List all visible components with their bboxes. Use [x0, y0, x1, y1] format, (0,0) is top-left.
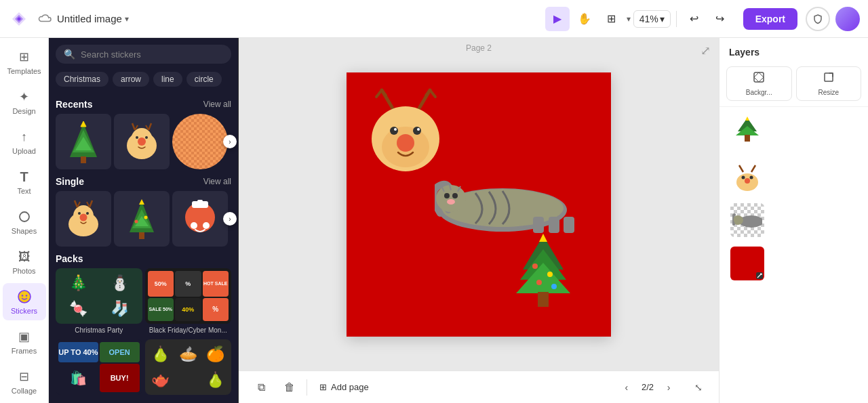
- zoom-control[interactable]: 41% ▾: [633, 10, 671, 28]
- packs-row-2: UP TO 40% OPEN 🛍️ BUY! 🍐 🥧 🍊 🫖 🍐: [56, 339, 231, 398]
- document-title[interactable]: Untitled image: [57, 13, 122, 24]
- recents-grid-arrow[interactable]: ›: [223, 135, 237, 148]
- pack-open-sale[interactable]: UP TO 40% OPEN 🛍️ BUY!: [56, 339, 142, 398]
- sidebar-label-frames: Frames: [12, 347, 37, 355]
- svg-point-2: [21, 295, 22, 296]
- background-icon: [753, 71, 765, 86]
- user-avatar[interactable]: [835, 7, 860, 31]
- pack-christmas-party[interactable]: 🎄 ⛄ 🍬 🧦 Christmas Party: [56, 268, 142, 334]
- app-logo[interactable]: [8, 8, 30, 30]
- sticker-reindeer-face[interactable]: [367, 85, 445, 175]
- single-title: Single: [56, 176, 84, 187]
- svg-marker-31: [139, 199, 144, 205]
- svg-marker-75: [745, 116, 749, 121]
- layers-header: Layers: [719, 38, 868, 64]
- sidebar-item-stickers[interactable]: Stickers: [3, 283, 46, 320]
- tag-circle[interactable]: circle: [186, 72, 222, 87]
- export-button[interactable]: Export: [743, 8, 797, 30]
- recents-sticker-grid: ›: [56, 114, 231, 169]
- topbar: Untitled image ▾ ▶ ✋ ⊞ ▾ 41% ▾ ↩ ↪ Expor…: [0, 0, 868, 38]
- pack-food[interactable]: 🍐 🥧 🍊 🫖 🍐: [145, 339, 232, 398]
- svg-point-0: [20, 212, 29, 221]
- sidebar-item-text[interactable]: T Text: [3, 163, 46, 200]
- single-grid-arrow[interactable]: ›: [223, 212, 237, 226]
- svg-point-79: [745, 178, 750, 184]
- layer-thumb-reindeer: [730, 160, 764, 194]
- svg-point-58: [444, 193, 450, 198]
- sidebar-item-frames[interactable]: ▣ Frames: [3, 323, 46, 360]
- single-sticker-1[interactable]: [114, 191, 170, 247]
- sidebar-label-text: Text: [17, 187, 31, 195]
- sidebar-item-upload[interactable]: ↑ Upload: [3, 123, 46, 161]
- next-page-button[interactable]: ›: [659, 378, 678, 397]
- layers-title: Layers: [729, 47, 760, 58]
- svg-rect-55: [549, 217, 559, 233]
- sidebar-item-templates[interactable]: ⊞ Templates: [3, 43, 46, 81]
- svg-point-3: [25, 295, 26, 296]
- layer-thumb-background: [730, 247, 764, 280]
- search-input-wrap[interactable]: 🔍: [56, 45, 231, 64]
- single-view-all-button[interactable]: View all: [203, 177, 231, 186]
- packs-row-1: 🎄 ⛄ 🍬 🧦 Christmas Party 50% % HOT SALE S…: [56, 268, 231, 334]
- svg-marker-65: [539, 234, 547, 242]
- svg-point-16: [136, 136, 138, 139]
- recents-view-all-button[interactable]: View all: [203, 100, 231, 109]
- bottom-divider: [307, 379, 307, 396]
- layout-tool-button[interactable]: ⊞: [599, 7, 624, 31]
- shapes-icon: [16, 209, 33, 225]
- sidebar-label-design: Design: [12, 107, 35, 115]
- svg-rect-36: [197, 200, 203, 204]
- layer-thumb-tree: [730, 116, 764, 150]
- zoom-value: 41%: [639, 14, 658, 24]
- sidebar-item-photos[interactable]: 🖼 Photos: [3, 243, 46, 280]
- svg-point-33: [144, 215, 148, 219]
- fullscreen-button[interactable]: ⤡: [689, 378, 708, 397]
- sidebar-item-collage[interactable]: ⊟ Collage: [3, 363, 46, 400]
- svg-line-44: [426, 90, 430, 96]
- canvas-expand-button[interactable]: ⤢: [701, 43, 711, 58]
- svg-point-69: [551, 284, 557, 289]
- bottom-bar: ⧉ 🗑 ⊞ Add page ‹ 2/2 › ⤡: [239, 370, 719, 403]
- toolbar-tools: ▶ ✋ ⊞ ▾ 41% ▾ ↩ ↪: [545, 7, 732, 31]
- layer-item-reindeer[interactable]: [724, 156, 864, 198]
- sticker-cat[interactable]: [435, 173, 584, 240]
- svg-rect-54: [533, 217, 544, 233]
- recent-sticker-0[interactable]: [56, 114, 111, 169]
- svg-rect-30: [139, 232, 144, 239]
- search-input[interactable]: [81, 49, 223, 60]
- tag-christmas[interactable]: Christmas: [56, 72, 108, 87]
- sidebar-item-shapes[interactable]: Shapes: [3, 203, 46, 240]
- tag-line[interactable]: line: [153, 72, 182, 87]
- pointer-tool-button[interactable]: ▶: [545, 7, 570, 31]
- resize-action-button[interactable]: Resize: [796, 66, 862, 101]
- layer-item-background[interactable]: [724, 242, 864, 284]
- prev-page-button[interactable]: ‹: [617, 378, 636, 397]
- svg-marker-8: [81, 121, 86, 127]
- recent-sticker-2[interactable]: [172, 114, 228, 169]
- recent-sticker-1[interactable]: [114, 114, 170, 169]
- single-sticker-2[interactable]: [172, 191, 228, 247]
- stickers-icon: [16, 289, 33, 305]
- delete-page-button[interactable]: 🗑: [278, 376, 301, 399]
- redo-button[interactable]: ↪: [708, 7, 732, 31]
- hand-tool-button[interactable]: ✋: [572, 7, 597, 31]
- background-action-button[interactable]: Backgr...: [726, 66, 792, 101]
- packs-section-header: Packs: [56, 253, 231, 264]
- sidebar-label-shapes: Shapes: [12, 227, 37, 235]
- pack-christmas-party-label: Christmas Party: [56, 326, 142, 334]
- canvas-content[interactable]: [347, 72, 611, 337]
- add-page-button[interactable]: ⊞ Add page: [313, 378, 376, 396]
- sidebar-item-design[interactable]: ✦ Design: [3, 83, 46, 121]
- single-sticker-0[interactable]: [56, 191, 111, 247]
- pack-black-friday[interactable]: 50% % HOT SALE SALE 50% 40% % Black Frid…: [145, 268, 232, 334]
- tag-arrow[interactable]: arrow: [113, 72, 149, 87]
- svg-point-15: [138, 137, 146, 146]
- svg-point-47: [390, 127, 398, 135]
- sticker-christmas-tree[interactable]: [509, 232, 577, 323]
- duplicate-page-button[interactable]: ⧉: [250, 376, 273, 399]
- layer-item-cat[interactable]: [724, 199, 864, 241]
- undo-button[interactable]: ↩: [682, 7, 707, 31]
- layer-item-tree[interactable]: [724, 112, 864, 154]
- sidebar-label-templates: Templates: [7, 67, 41, 75]
- shield-button[interactable]: [806, 7, 830, 31]
